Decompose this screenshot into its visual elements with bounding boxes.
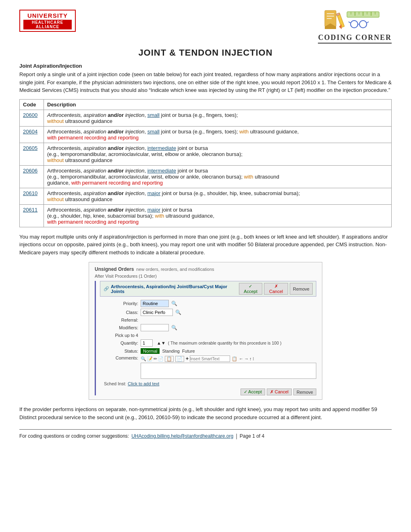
- screenshot-box: Unsigned Orders new orders, reorders, an…: [89, 262, 322, 400]
- page-header: UNIVERSITY HEALTHCARE ALLIANCE: [19, 10, 392, 44]
- code-table: Code Description 20600 Arthrocentesis, a…: [19, 99, 392, 227]
- footer-separator: |: [236, 433, 237, 439]
- ss-cancel-button-top[interactable]: ✗ Cancel: [264, 283, 288, 295]
- ss-quantity-note: ( The maximum orderable quantity for thi…: [168, 341, 282, 345]
- ss-class-label: Class:: [104, 310, 138, 315]
- ss-quantity-row: Quantity: ▲▼ ( The maximum orderable qua…: [104, 339, 316, 347]
- col-code-header: Code: [20, 99, 44, 110]
- section2-body: You may report multiple units only if as…: [19, 233, 392, 257]
- ss-status-row: Status: Normal Standing Future: [104, 348, 316, 354]
- uha-logo: UNIVERSITY HEALTHCARE ALLIANCE: [19, 10, 76, 32]
- code-cell-20610: 20610: [20, 188, 44, 204]
- ss-unsigned-orders-title: Unsigned Orders: [95, 266, 134, 272]
- code-link-20604[interactable]: 20604: [23, 129, 37, 135]
- ss-accept-button-top[interactable]: ✓ Accept: [239, 283, 263, 295]
- ss-priority-row: Priority: 🔍: [104, 300, 316, 307]
- ss-priority-input[interactable]: [141, 300, 169, 307]
- ss-comment-icon6: 📄: [175, 356, 184, 362]
- table-row: 20605 Arthrocentesis, aspiration and/or …: [20, 143, 392, 165]
- code-link-20605[interactable]: 20605: [23, 145, 37, 151]
- code-cell-20600: 20600: [20, 110, 44, 126]
- ss-modifiers-input[interactable]: [141, 324, 169, 331]
- desc-cell-20604: Arthrocentesis, aspiration and/or inject…: [44, 126, 392, 143]
- ss-comment-toolbar: 🔍 📝 ✏ 📄 📋 📄 + 📋 ← →: [141, 355, 316, 362]
- uha-healthcare-text: HEALTHCARE ALLIANCE: [23, 20, 72, 29]
- section1-heading: Joint Aspiration/Injection: [19, 63, 392, 69]
- desc-cell-20611: Arthrocentesis, aspiration and/or inject…: [44, 204, 392, 227]
- table-row: 20606 Arthrocentesis, aspiration and/or …: [20, 165, 392, 188]
- ss-arrow-right-icon: →: [244, 356, 249, 361]
- ss-comment-icon4: 📄: [158, 356, 164, 362]
- ss-modifiers-label: Modifiers:: [104, 325, 138, 330]
- ss-class-input[interactable]: [141, 309, 173, 316]
- svg-point-16: [351, 21, 358, 28]
- ss-priority-search-icon: 🔍: [171, 301, 177, 306]
- ss-comments-area: 🔍 📝 ✏ 📄 📋 📄 + 📋 ← →: [141, 355, 316, 379]
- ss-comment-textbox[interactable]: [141, 363, 316, 379]
- ss-quantity-input[interactable]: [141, 339, 153, 347]
- ss-order-bar: 🔗 Arthrocentesis, Aspiration/Inj Joint/B…: [100, 281, 316, 297]
- ss-order-buttons: ✓ Accept ✗ Cancel Remove: [239, 283, 313, 295]
- page-title: JOINT & TENDON INJECTION: [19, 48, 392, 58]
- table-row: 20611 Arthrocentesis, aspiration and/or …: [20, 204, 392, 227]
- page-footer: For coding questions or coding corner su…: [19, 429, 392, 439]
- ss-status-label: Status:: [104, 349, 138, 353]
- table-row: 20610 Arthrocentesis, aspiration and/or …: [20, 188, 392, 204]
- screenshot-container: Unsigned Orders new orders, reorders, an…: [19, 262, 392, 400]
- ss-status-future[interactable]: Future: [182, 349, 195, 353]
- table-row: 20600 Arthrocentesis, aspiration and/or …: [20, 110, 392, 126]
- ss-arrow-up-icon: ↑: [249, 356, 252, 361]
- ss-arrow-left-icon: ←: [239, 356, 243, 361]
- ss-modifiers-search-icon: 🔍: [171, 325, 177, 330]
- code-link-20600[interactable]: 20600: [23, 112, 37, 118]
- desc-cell-20600: Arthrocentesis, aspiration and/or inject…: [44, 110, 392, 126]
- ss-link-icon: 🔗: [104, 286, 109, 291]
- ss-smarttext-input[interactable]: [190, 355, 230, 362]
- coding-corner-logo: CODING CORNER: [318, 10, 392, 44]
- ss-comment-icon2: 📝: [147, 356, 153, 362]
- ss-referral-label: Referral:: [104, 318, 138, 322]
- ss-remove-button-bottom[interactable]: Remove: [293, 389, 316, 395]
- code-cell-20605: 20605: [20, 143, 44, 165]
- ss-subtitle-note: new orders, reorders, and modifications: [136, 267, 214, 272]
- ss-modifiers-row: Modifiers: 🔍: [104, 324, 316, 331]
- desc-cell-20605: Arthrocentesis, aspiration and/or inject…: [44, 143, 392, 165]
- ss-order-label: Arthrocentesis, Aspiration/Inj Joint/Bur…: [111, 284, 239, 294]
- ss-sched-row: Sched Inst: Click to add text: [104, 381, 316, 386]
- section1-body: Report only a single unit of a joint inj…: [19, 71, 392, 94]
- col-desc-header: Description: [44, 99, 392, 110]
- ss-comments-row: Comments: 🔍 📝 ✏ 📄 📋 📄 +: [104, 355, 316, 379]
- ss-priority-label: Priority:: [104, 301, 138, 306]
- section3-body: If the provider performs injections on s…: [19, 405, 392, 421]
- ss-referral-row: Referral:: [104, 318, 316, 322]
- svg-line-20: [367, 22, 369, 23]
- ss-status-normal[interactable]: Normal: [141, 348, 160, 354]
- ss-sched-label: Sched Inst:: [104, 381, 126, 386]
- code-link-20606[interactable]: 20606: [23, 168, 37, 174]
- ss-dots-icon: ⁝: [253, 356, 254, 362]
- ss-pickup-label: Pick up to 4: [104, 333, 138, 338]
- code-cell-20604: 20604: [20, 126, 44, 143]
- ss-copy-icon: 📋: [232, 356, 237, 362]
- footer-page: Page 1 of 4: [240, 433, 264, 439]
- desc-cell-20606: Arthrocentesis, aspiration and/or inject…: [44, 165, 392, 188]
- code-cell-20611: 20611: [20, 204, 44, 227]
- ss-status-standing[interactable]: Standing: [162, 349, 179, 353]
- ss-sched-value[interactable]: Click to add text: [128, 381, 159, 386]
- ss-comment-icon3: ✏: [154, 356, 157, 362]
- ss-quantity-label: Quantity:: [104, 341, 138, 345]
- ss-comments-label: Comments:: [104, 355, 138, 360]
- footer-prefix: For coding questions or coding corner su…: [19, 433, 129, 439]
- desc-cell-20610: Arthrocentesis, aspiration and/or inject…: [44, 188, 392, 204]
- ss-remove-button-top[interactable]: Remove: [290, 283, 313, 295]
- ss-accept-button-bottom[interactable]: ✓ Accept: [241, 389, 265, 395]
- code-link-20611[interactable]: 20611: [23, 207, 37, 213]
- code-link-20610[interactable]: 20610: [23, 190, 37, 196]
- ss-quantity-arrows: ▲▼: [157, 341, 166, 345]
- ss-order-section: 🔗 Arthrocentesis, Aspiration/Inj Joint/B…: [95, 281, 316, 395]
- ss-pickup-row: Pick up to 4: [104, 333, 316, 338]
- ss-class-search-icon: 🔍: [175, 310, 181, 315]
- ss-comment-plus-icon: +: [186, 356, 189, 362]
- footer-email-link[interactable]: UHAcoding.billing.help@stanfordhealthcar…: [131, 433, 233, 439]
- ss-cancel-button-bottom[interactable]: ✗ Cancel: [267, 389, 292, 395]
